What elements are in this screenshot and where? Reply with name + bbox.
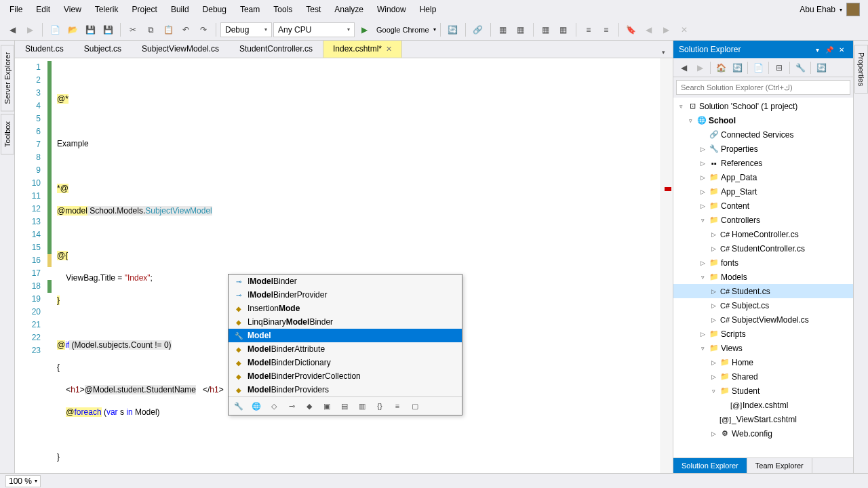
filter-wrench-icon[interactable]: 🔧 <box>233 400 245 412</box>
intellisense-item[interactable]: ◆ModelBinderProviders <box>229 383 462 396</box>
tree-node[interactable]: ▷🔧Properties <box>673 142 853 156</box>
user-account[interactable]: Abu Ehab ▾ <box>794 0 865 19</box>
prev-bookmark-icon[interactable]: ◀ <box>641 22 657 38</box>
cut-icon[interactable]: ✂ <box>125 22 141 38</box>
outdent-icon[interactable]: ≡ <box>598 22 614 38</box>
intellisense-item[interactable]: ◆InsertionMode <box>229 302 462 315</box>
intellisense-item[interactable]: ◆ModelBinderAttribute <box>229 342 462 356</box>
intellisense-item[interactable]: 🔧Model <box>229 329 462 342</box>
tab-dropdown-icon[interactable]: ▾ <box>658 47 669 58</box>
undo-icon[interactable]: ↶ <box>178 22 194 38</box>
new-project-icon[interactable]: 📄 <box>47 22 63 38</box>
tree-node[interactable]: ▷C#Student.cs <box>673 284 853 298</box>
copy-icon[interactable]: ⧉ <box>142 22 159 38</box>
menu-file[interactable]: File <box>3 2 29 17</box>
bookmark-icon[interactable]: 🔖 <box>623 22 639 38</box>
save-all-icon[interactable]: 💾 <box>100 22 116 38</box>
indent-icon[interactable]: ≡ <box>580 22 597 38</box>
properties-tab[interactable]: Properties <box>854 45 868 94</box>
next-bookmark-icon[interactable]: ▶ <box>658 22 675 38</box>
filter-keyword-icon[interactable]: ≡ <box>391 400 403 412</box>
editor-tab[interactable]: Student.cs <box>15 41 74 58</box>
solution-tree[interactable]: ▿⊡ Solution 'School' (1 project) ▿🌐 Scho… <box>673 98 853 458</box>
filter-globe-icon[interactable]: 🌐 <box>250 400 262 412</box>
tree-node[interactable]: ▿📁Models <box>673 270 853 284</box>
close-icon[interactable]: ✕ <box>386 45 392 54</box>
tree-node[interactable]: ▷📁Home <box>673 355 853 369</box>
menu-view[interactable]: View <box>57 2 88 17</box>
intellisense-item[interactable]: ◆ModelBinderProviderCollection <box>229 369 462 383</box>
solution-explorer-btab[interactable]: Solution Explorer <box>673 458 747 473</box>
tree-node[interactable]: ▿📁Student <box>673 384 853 398</box>
redo-icon[interactable]: ↷ <box>195 22 212 38</box>
sol-back-icon[interactable]: ◀ <box>676 60 691 75</box>
tree-node[interactable]: ▷📁fonts <box>673 256 853 270</box>
filter-delegate-icon[interactable]: ▥ <box>356 400 368 412</box>
sol-collapse-icon[interactable]: ⊟ <box>772 60 787 75</box>
sol-fwd-icon[interactable]: ▶ <box>692 60 707 75</box>
nav-forward-icon[interactable]: ▶ <box>22 22 38 38</box>
server-explorer-tab[interactable]: Server Explorer <box>1 45 14 111</box>
menu-debug[interactable]: Debug <box>196 2 233 17</box>
tree-node[interactable]: ▷▪▪References <box>673 156 853 170</box>
editor-tab[interactable]: StudentController.cs <box>229 41 323 58</box>
filter-class-icon[interactable]: ◆ <box>303 400 315 412</box>
menu-window[interactable]: Window <box>370 2 413 17</box>
tree-node[interactable]: ▷C#StudentController.cs <box>673 241 853 256</box>
tb-icon-1[interactable]: ▦ <box>495 22 511 38</box>
intellisense-item[interactable]: ◆LinqBinaryModelBinder <box>229 315 462 329</box>
solution-search-input[interactable] <box>676 80 850 95</box>
menu-telerik[interactable]: Telerik <box>88 2 125 17</box>
tree-node[interactable]: ▷📁Content <box>673 199 853 213</box>
intellisense-item[interactable]: ⊸IModelBinder <box>229 274 462 288</box>
toolbox-tab[interactable]: Toolbox <box>1 114 14 155</box>
open-icon[interactable]: 📂 <box>64 22 81 38</box>
error-marker[interactable] <box>665 187 671 191</box>
menu-help[interactable]: Help <box>413 2 443 17</box>
browser-link-icon[interactable]: 🔗 <box>470 22 486 38</box>
tree-node[interactable]: ▷C#HomeController.cs <box>673 227 853 241</box>
tree-node[interactable]: ▷⚙Web.config <box>673 426 853 441</box>
menu-tools[interactable]: Tools <box>267 2 299 17</box>
menu-project[interactable]: Project <box>125 2 164 17</box>
tree-node[interactable]: ▷📁App_Start <box>673 184 853 199</box>
refresh-icon[interactable]: 🔄 <box>445 22 461 38</box>
sol-show-all-icon[interactable]: 📄 <box>751 60 766 75</box>
tree-node[interactable]: ▷C#Subject.cs <box>673 298 853 312</box>
panel-pin-icon[interactable]: 📌 <box>823 44 835 55</box>
editor-tab[interactable]: Index.cshtml*✕ <box>323 41 402 58</box>
team-explorer-btab[interactable]: Team Explorer <box>747 458 812 473</box>
tree-node[interactable]: ▿📁Views <box>673 341 853 355</box>
sol-sync-icon[interactable]: 🔄 <box>730 60 745 75</box>
sol-properties-icon[interactable]: 🔧 <box>793 60 808 75</box>
config-combo[interactable]: Debug▾ <box>220 22 272 37</box>
tree-node[interactable]: ▷📁App_Data <box>673 170 853 184</box>
tree-node[interactable]: ▿📁Controllers <box>673 213 853 227</box>
filter-interface-icon[interactable]: ⊸ <box>285 400 298 412</box>
filter-struct-icon[interactable]: ▣ <box>321 400 333 412</box>
intellisense-item[interactable]: ⊸IModelBinderProvider <box>229 288 462 302</box>
panel-close-icon[interactable]: ✕ <box>835 44 848 55</box>
platform-combo[interactable]: Any CPU▾ <box>273 22 355 37</box>
tb-icon-3[interactable]: ▦ <box>538 22 554 38</box>
panel-dropdown-icon[interactable]: ▾ <box>811 44 823 55</box>
sol-home-icon[interactable]: 🏠 <box>713 60 728 75</box>
menu-test[interactable]: Test <box>299 2 328 17</box>
editor-tab[interactable]: SubjectViewModel.cs <box>132 41 229 58</box>
editor-tab[interactable]: Subject.cs <box>74 41 132 58</box>
filter-cube-icon[interactable]: ◇ <box>268 400 280 412</box>
tree-node[interactable]: [@]_ViewStart.cshtml <box>673 412 853 426</box>
browser-label[interactable]: Google Chrome <box>374 26 432 34</box>
clear-bookmark-icon[interactable]: ✕ <box>676 22 692 38</box>
menu-build[interactable]: Build <box>164 2 196 17</box>
paste-icon[interactable]: 📋 <box>160 22 176 38</box>
sol-refresh-icon[interactable]: 🔄 <box>814 60 829 75</box>
tree-node[interactable]: [@]Index.cshtml <box>673 398 853 412</box>
zoom-combo[interactable]: 100 %▾ <box>5 475 41 487</box>
filter-namespace-icon[interactable]: {} <box>374 400 386 412</box>
menu-team[interactable]: Team <box>233 2 267 17</box>
intellisense-item[interactable]: ◆ModelBinderDictionary <box>229 356 462 369</box>
save-icon[interactable]: 💾 <box>82 22 98 38</box>
project-node[interactable]: ▿🌐 School <box>673 113 853 127</box>
filter-enum-icon[interactable]: ▤ <box>338 400 351 412</box>
